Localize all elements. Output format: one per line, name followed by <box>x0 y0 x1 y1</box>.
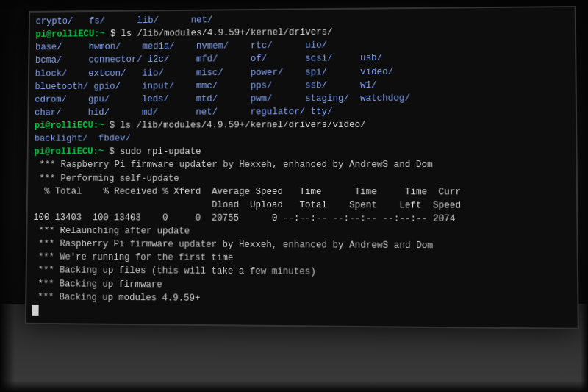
line-9: pi@rolliECU:~ $ ls /lib/modules/4.9.59+/… <box>35 118 570 132</box>
photo-border-top <box>0 0 588 7</box>
photo-border-right <box>581 0 588 392</box>
line-10: backlight/ fbdev/ <box>35 131 570 145</box>
screen-wrapper: crypto/ fs/ lib/ net/ pi@rolliECU:~ $ ls… <box>0 0 588 392</box>
line-12: *** Raspberry Pi firmware updater by Hex… <box>34 158 570 171</box>
line-13: *** Performing self-update <box>34 171 570 185</box>
terminal-window: crypto/ fs/ lib/ net/ pi@rolliECU:~ $ ls… <box>26 7 578 328</box>
photo-border-left <box>0 0 15 392</box>
line-11: pi@rolliECU:~ $ sudo rpi-update <box>34 145 570 159</box>
line-8: char/ hid/ md/ net/ regulator/ tty/ <box>35 104 570 119</box>
line-15: Dload Upload Total Spent Left Speed <box>33 198 570 213</box>
text-cursor <box>32 305 39 316</box>
photo-border-bottom <box>0 381 588 392</box>
monitor-screen: crypto/ fs/ lib/ net/ pi@rolliECU:~ $ ls… <box>25 6 579 329</box>
line-14: % Total % Received % Xferd Average Speed… <box>34 185 570 199</box>
